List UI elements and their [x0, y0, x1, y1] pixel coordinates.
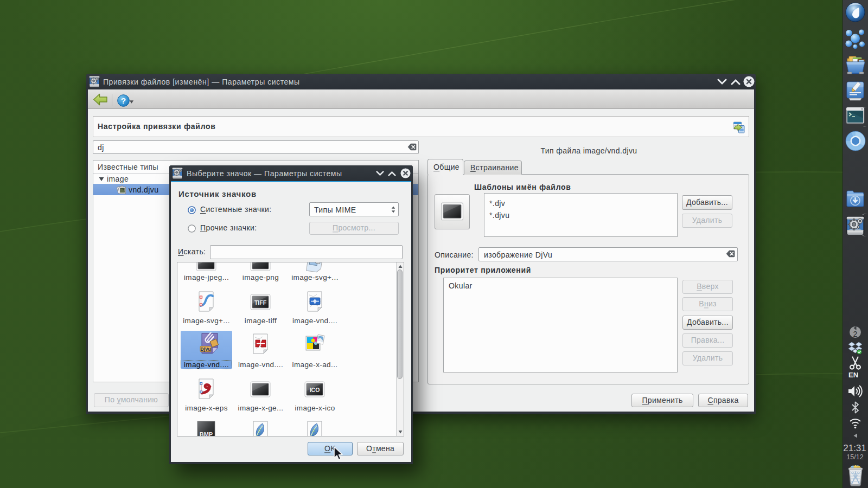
svg-text:?: ? — [121, 96, 126, 105]
svg-text:2: 2 — [853, 330, 858, 338]
